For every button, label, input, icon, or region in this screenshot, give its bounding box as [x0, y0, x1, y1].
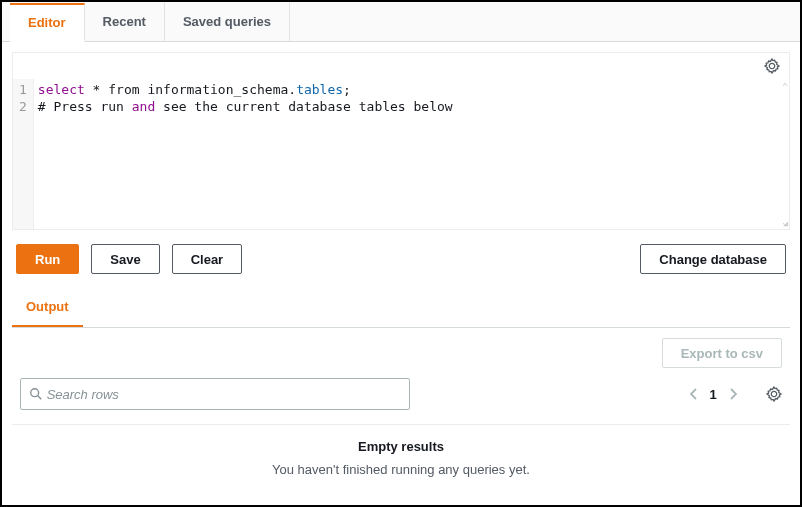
editor-panel: 12 select * from information_schema.tabl…	[12, 52, 790, 230]
page-current: 1	[710, 387, 717, 402]
chevron-right-icon	[727, 388, 739, 400]
search-rows-input[interactable]	[47, 387, 401, 402]
export-csv-button: Export to csv	[662, 338, 782, 368]
page-prev-button[interactable]	[688, 388, 700, 400]
clear-button[interactable]: Clear	[172, 244, 243, 274]
tab-recent[interactable]: Recent	[85, 2, 165, 41]
change-database-button[interactable]: Change database	[640, 244, 786, 274]
results-controls: 1	[2, 378, 800, 424]
tab-editor[interactable]: Editor	[10, 3, 85, 42]
code-lines: select * from information_schema.tables;…	[34, 79, 457, 229]
page-next-button[interactable]	[727, 388, 739, 400]
gear-icon	[764, 58, 780, 74]
editor-tabs: Editor Recent Saved queries	[2, 2, 800, 42]
resize-handle-icon[interactable]: ◢	[783, 219, 788, 228]
line-gutter: 12	[13, 79, 34, 229]
output-tabs: Output	[12, 288, 790, 328]
search-icon	[29, 387, 43, 401]
empty-results: Empty results You haven't finished runni…	[12, 424, 790, 501]
run-button[interactable]: Run	[16, 244, 79, 274]
svg-point-0	[31, 389, 39, 397]
gear-icon	[766, 386, 782, 402]
save-button[interactable]: Save	[91, 244, 159, 274]
chevron-left-icon	[688, 388, 700, 400]
results-settings-button[interactable]	[766, 386, 782, 402]
results-toolbar: Export to csv	[2, 328, 800, 378]
svg-line-1	[38, 396, 42, 400]
tab-saved-queries[interactable]: Saved queries	[165, 2, 290, 41]
tab-output[interactable]: Output	[12, 288, 83, 327]
editor-settings-button[interactable]	[763, 57, 781, 75]
editor-action-bar: Run Save Clear Change database	[2, 230, 800, 288]
search-rows-input-wrap[interactable]	[20, 378, 410, 410]
code-editor[interactable]: 12 select * from information_schema.tabl…	[13, 79, 789, 229]
empty-results-title: Empty results	[12, 439, 790, 454]
pagination: 1	[688, 386, 782, 402]
empty-results-message: You haven't finished running any queries…	[12, 462, 790, 477]
scroll-up-icon[interactable]: ⌃	[782, 81, 788, 92]
